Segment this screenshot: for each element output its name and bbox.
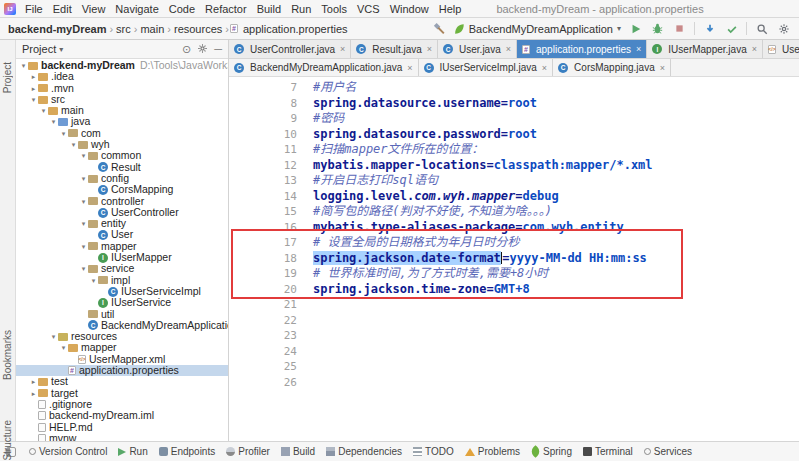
tree-item[interactable]: ▸test [16,376,228,387]
code-text[interactable]: #扫描mapper文件所在的位置： [313,142,799,158]
vcs-update-icon[interactable] [702,21,717,36]
statusbar-item-endpoints[interactable]: Endpoints [159,446,215,457]
tree-item[interactable]: ▾com [16,128,228,139]
menu-item-refactor[interactable]: Refactor [200,3,252,15]
menu-item-vcs[interactable]: VCS [352,3,385,15]
code-text[interactable] [313,328,799,344]
tree-chevron-icon[interactable]: ▾ [59,128,68,139]
breadcrumb-item[interactable]: main [138,23,166,35]
editor-tab[interactable]: IIUserMapper.java× [647,40,763,58]
tree-item[interactable]: ▾java [16,116,228,127]
tree-chevron-icon[interactable]: ▾ [39,105,48,116]
breadcrumb-item[interactable]: resources [172,23,224,35]
locate-file-icon[interactable]: ⊙ [182,43,191,56]
settings-gear-icon[interactable] [776,21,791,36]
editor[interactable]: 7#用户名8spring.datasource.username=root9#密… [229,77,799,441]
code-text[interactable]: # 设置全局的日期格式为年月日时分秒 [313,235,799,251]
tree-item[interactable]: backend-myDream.iml [16,410,228,421]
close-tab-icon[interactable]: × [506,44,511,54]
tree-item[interactable]: ▸target [16,388,228,399]
tree-item[interactable]: HELP.md [16,422,228,433]
code-text[interactable]: logging.level.com.wyh.mapper=debug [313,189,799,205]
stripe-project-button[interactable]: Project [2,62,13,93]
stripe-bookmarks-button[interactable]: Bookmarks [2,330,13,380]
tree-chevron-icon[interactable]: ▸ [29,71,38,82]
code-text[interactable]: #用户名 [313,80,799,96]
tree-chevron-icon[interactable]: ▾ [19,60,28,71]
tree-item[interactable]: #application.properties [16,365,228,376]
code-text[interactable] [313,375,799,391]
code-text[interactable]: spring.jackson.time-zone=GMT+8 [313,282,799,298]
statusbar-item-terminal[interactable]: Terminal [583,446,633,457]
statusbar-item-services[interactable]: Services [644,446,692,457]
statusbar-item-version-control[interactable]: Version Control [29,446,107,457]
tree-chevron-icon[interactable]: ▾ [49,331,58,342]
menu-item-window[interactable]: Window [385,3,434,15]
close-tab-icon[interactable]: × [636,44,641,54]
menu-item-edit[interactable]: Edit [48,3,77,15]
statusbar-item-todo[interactable]: TODO [413,446,454,457]
code-text[interactable] [313,359,799,375]
tree-chevron-icon[interactable]: ▾ [69,139,78,150]
stop-button-icon[interactable] [672,21,687,36]
code-text[interactable]: #开启日志打印sql语句 [313,173,799,189]
breadcrumb-item[interactable]: backend-myDream [6,23,108,35]
statusbar-item-spring[interactable]: Spring [531,446,572,457]
menu-item-view[interactable]: View [77,3,111,15]
close-tab-icon[interactable]: × [340,44,345,54]
statusbar-item-problems[interactable]: Problems [465,446,520,457]
hide-panel-icon[interactable]: ─ [214,43,222,55]
breadcrumb-item[interactable]: application.properties [241,23,350,35]
close-tab-icon[interactable]: × [427,44,432,54]
menu-item-help[interactable]: Help [434,3,467,15]
stripe-structure-button[interactable]: Structure [2,420,13,461]
code-text[interactable]: #简写包的路径(判对不好使,不知道为啥。。。) [313,204,799,220]
tree-item[interactable]: ▾backend-myDreamD:\Tools\JavaWorkSpace\b… [16,60,228,71]
run-config-selector[interactable]: BackendMyDreamApplication ▾ [453,23,621,35]
tree-chevron-icon[interactable]: ▾ [79,196,88,207]
code-text[interactable]: # 世界标准时间,为了方式时差,需要+8小时 [313,266,799,282]
code-text[interactable] [313,297,799,313]
editor-tab[interactable]: CResult.java× [351,40,438,58]
editor-tab[interactable]: CIUserServiceImpl.java× [419,59,554,76]
tree-chevron-icon[interactable]: ▸ [29,376,38,387]
tree-item[interactable]: mvnw [16,433,228,441]
menu-item-file[interactable]: File [20,3,48,15]
tree-item[interactable]: ▾resources [16,331,228,342]
tree-item[interactable]: IIUserService [16,297,228,308]
run-button-icon[interactable] [628,21,643,36]
tree-item[interactable]: ▸.mvn [16,83,228,94]
statusbar-item-run[interactable]: Run [118,446,147,457]
tree-chevron-icon[interactable]: ▾ [79,150,88,161]
close-tab-icon[interactable]: × [542,63,547,73]
editor-tab[interactable]: CBackendMyDreamApplication.java× [229,59,419,76]
code-text[interactable]: #密码 [313,111,799,127]
editor-tab[interactable]: </>UserMapper.xml× [763,40,799,58]
tree-item[interactable]: ▾service [16,263,228,274]
code-text[interactable] [313,344,799,360]
tree-item[interactable]: ▸.idea [16,71,228,82]
close-tab-icon[interactable]: × [407,63,412,73]
tree-chevron-icon[interactable]: ▾ [49,116,58,127]
code-text[interactable]: mybatis.mapper-locations=classpath:mappe… [313,158,799,174]
vcs-commit-icon[interactable] [724,21,739,36]
tree-item[interactable]: CBackendMyDreamApplication [16,320,228,331]
tree-chevron-icon[interactable]: ▾ [89,275,98,286]
editor-tab[interactable]: CUser.java× [438,40,517,58]
tree-chevron-icon[interactable]: ▾ [79,218,88,229]
panel-settings-gear-icon[interactable] [197,43,208,56]
statusbar-item-profiler[interactable]: Profiler [226,446,270,457]
tree-item[interactable]: CCorsMapping [16,184,228,195]
editor-tab[interactable]: CCorsMapping.java× [553,59,671,76]
menu-item-tools[interactable]: Tools [316,3,352,15]
build-hammer-icon[interactable] [431,21,446,36]
tree-item[interactable]: ▾common [16,150,228,161]
statusbar-item-dependencies[interactable]: Dependencies [326,446,402,457]
tree-chevron-icon[interactable]: ▾ [29,94,38,105]
code-text[interactable]: spring.jackson.date-format=yyyy-MM-dd HH… [313,251,799,267]
tree-chevron-icon[interactable]: ▾ [59,342,68,353]
tree-chevron-icon[interactable]: ▾ [79,263,88,274]
tree-chevron-icon[interactable]: ▸ [29,388,38,399]
menu-item-code[interactable]: Code [164,3,200,15]
editor-tab[interactable]: CUserController.java× [229,40,351,58]
